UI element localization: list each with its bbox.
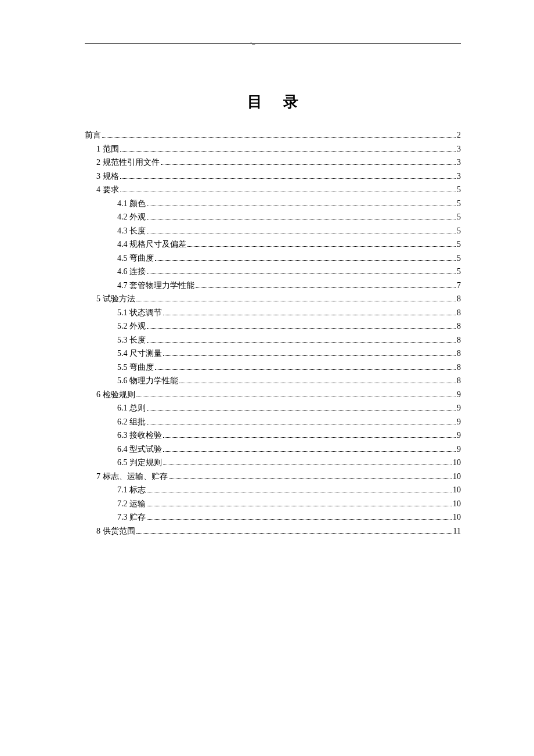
toc-entry: 5.3 长度8 [85, 333, 461, 347]
toc-entry: 4.4 规格尺寸及偏差5 [85, 237, 461, 251]
toc-entry-text: 型式试验 [129, 445, 162, 453]
toc-entry-label: 5 试验方法 [96, 292, 135, 306]
toc-leader-dots [147, 424, 456, 424]
toc-entry-text: 状态调节 [129, 308, 162, 317]
toc-leader-dots [155, 369, 456, 370]
toc-entry-label: 6 检验规则 [96, 388, 135, 402]
toc-entry: 7.2 运输10 [85, 497, 461, 511]
toc-entry-label: 3 规格 [96, 170, 119, 183]
toc-entry-text: 运输 [129, 499, 146, 508]
toc-entry: 1 范围3 [85, 142, 461, 156]
toc-entry-page: 10 [453, 470, 461, 484]
toc-entry-label: 7 标志、运输、贮存 [96, 470, 168, 484]
toc-entry: 前言2 [85, 128, 461, 142]
toc-leader-dots [163, 451, 456, 452]
toc-entry: 5.4 尺寸测量8 [85, 347, 461, 361]
toc-entry-text: 规格 [103, 172, 119, 181]
toc-leader-dots [196, 287, 456, 288]
toc-entry: 6 检验规则9 [85, 388, 461, 402]
page-container: -_ 目录 前言21 范围32 规范性引用文件33 规格34 要求54.1 颜色… [0, 0, 534, 538]
toc-leader-dots [163, 437, 456, 438]
toc-entry-text: 判定规则 [129, 458, 162, 467]
toc-entry-page: 5 [457, 183, 461, 197]
toc-leader-dots [120, 178, 456, 179]
header-rule [85, 43, 461, 44]
toc-leader-dots [120, 151, 456, 152]
toc-entry-page: 5 [457, 197, 461, 211]
toc-entry-text: 规范性引用文件 [103, 158, 160, 167]
toc-entry-label: 4.4 规格尺寸及偏差 [117, 237, 186, 251]
toc-entry-text: 总则 [129, 404, 146, 412]
toc-entry: 5.5 弯曲度8 [85, 361, 461, 375]
toc-leader-dots [120, 192, 456, 192]
toc-leader-dots [147, 328, 456, 329]
toc-entry-number: 2 [96, 158, 100, 167]
toc-entry-text: 贮存 [129, 513, 146, 521]
toc-leader-dots [147, 492, 452, 492]
toc-leader-dots [179, 383, 456, 383]
toc-entry-text: 弯曲度 [129, 363, 154, 372]
toc-entry: 4.3 长度5 [85, 224, 461, 238]
toc-entry-number: 4.6 [117, 267, 128, 276]
toc-entry-text: 长度 [129, 226, 146, 235]
toc-entry: 4.6 连接5 [85, 265, 461, 279]
toc-entry-page: 3 [457, 156, 461, 170]
toc-leader-dots [155, 260, 456, 261]
header-rule-container: -_ [85, 41, 461, 45]
toc-entry-text: 连接 [129, 267, 146, 276]
toc-entry-number: 1 [96, 145, 100, 153]
toc-leader-dots [147, 342, 456, 343]
toc-entry-page: 10 [453, 483, 461, 497]
toc-entry-page: 9 [457, 442, 461, 456]
toc-entry-text: 外观 [129, 322, 146, 330]
toc-entry-page: 5 [457, 265, 461, 279]
toc-leader-dots [147, 506, 452, 506]
toc-leader-dots [102, 137, 456, 138]
toc-entry: 5.2 外观8 [85, 319, 461, 333]
toc-entry-page: 5 [457, 237, 461, 251]
toc-entry: 6.2 组批9 [85, 415, 461, 429]
toc-entry-number: 4.4 [117, 240, 128, 249]
toc-entry-number: 6.1 [117, 404, 128, 412]
toc-entry: 4.5 弯曲度5 [85, 251, 461, 265]
toc-leader-dots [187, 246, 456, 247]
toc-entry-page: 3 [457, 142, 461, 156]
toc-leader-dots [147, 519, 452, 520]
toc-entry-number: 4.5 [117, 254, 128, 262]
toc-entry-label: 2 规范性引用文件 [96, 156, 160, 170]
toc-entry-text: 规格尺寸及偏差 [129, 240, 186, 249]
toc-entry: 4.2 外观5 [85, 210, 461, 224]
toc-entry-page: 9 [457, 415, 461, 429]
toc-entry-label: 5.5 弯曲度 [117, 361, 154, 375]
toc-entry: 7.1 标志10 [85, 483, 461, 497]
toc-entry-page: 11 [453, 524, 461, 538]
toc-entry-number: 7 [96, 472, 100, 481]
toc-leader-dots [147, 206, 456, 206]
toc-entry-label: 1 范围 [96, 142, 119, 156]
toc-entry-number: 4.3 [117, 226, 128, 235]
toc-leader-dots [136, 397, 456, 397]
toc-entry-text: 检验规则 [103, 390, 135, 399]
toc-entry-page: 10 [453, 456, 461, 470]
toc-entry-number: 5.5 [117, 363, 128, 372]
toc-entry-number: 5 [96, 294, 100, 303]
toc-entry-text: 标志 [129, 485, 146, 494]
toc-entry-page: 8 [457, 374, 461, 388]
toc-entry-label: 5.4 尺寸测量 [117, 347, 162, 361]
toc-entry: 5.6 物理力学性能8 [85, 374, 461, 388]
header-mark: -_ [250, 38, 255, 45]
toc-entry-page: 2 [457, 128, 461, 142]
toc-entry-page: 8 [457, 292, 461, 306]
toc-leader-dots [163, 315, 456, 315]
toc-entry: 2 规范性引用文件3 [85, 156, 461, 170]
toc-entry-text: 颜色 [129, 199, 146, 208]
toc-entry-label: 6.4 型式试验 [117, 442, 162, 456]
toc-entry-label: 6.1 总则 [117, 401, 146, 415]
toc-entry-number: 8 [96, 527, 100, 535]
toc-entry-label: 6.2 组批 [117, 415, 146, 429]
toc-entry-text: 标志、运输、贮存 [103, 472, 168, 481]
toc-leader-dots [147, 233, 456, 233]
toc-entry-number: 5.4 [117, 349, 128, 358]
toc-entry: 6.3 接收检验9 [85, 429, 461, 442]
toc-entry-text: 要求 [103, 185, 119, 194]
